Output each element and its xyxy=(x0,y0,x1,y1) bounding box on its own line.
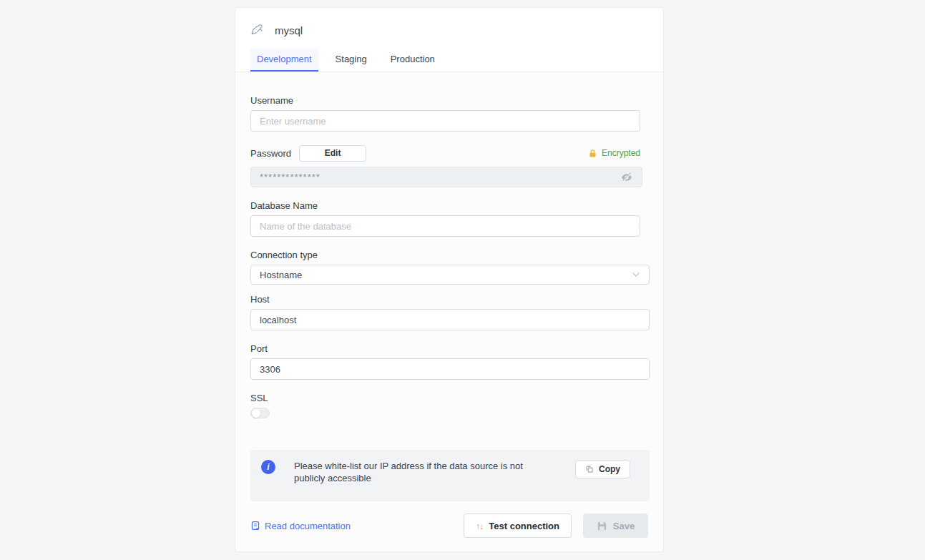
save-button[interactable]: Save xyxy=(583,514,648,538)
save-icon xyxy=(597,521,607,531)
port-label: Port xyxy=(250,343,648,354)
copy-ip-button[interactable]: Copy xyxy=(575,460,630,478)
tab-development[interactable]: Development xyxy=(250,49,318,72)
form-footer: Read documentation ↑↓ Test connection Sa… xyxy=(250,514,648,538)
datasource-config-panel: mysql Development Staging Production Use… xyxy=(235,7,664,552)
doc-link-label: Read documentation xyxy=(265,521,351,531)
test-button-label: Test connection xyxy=(489,521,559,531)
database-name-label: Database Name xyxy=(250,200,648,211)
database-name-input[interactable] xyxy=(250,215,640,237)
connection-type-value: Hostname xyxy=(260,270,302,280)
username-input[interactable] xyxy=(250,110,640,132)
save-button-label: Save xyxy=(613,521,635,531)
connection-type-select[interactable]: Hostname xyxy=(250,265,650,285)
edit-password-button[interactable]: Edit xyxy=(299,145,366,162)
copy-icon xyxy=(585,465,594,473)
info-icon: i xyxy=(261,460,275,474)
ssl-label: SSL xyxy=(250,393,648,403)
mysql-logo-icon xyxy=(250,23,265,37)
arrows-updown-icon: ↑↓ xyxy=(476,521,482,531)
encrypted-label: Encrypted xyxy=(602,148,640,158)
panel-header: mysql Development Staging Production xyxy=(235,8,663,72)
connection-form: Username Password Edit Encrypted *******… xyxy=(235,72,663,552)
host-label: Host xyxy=(250,294,648,305)
document-icon xyxy=(250,521,260,531)
tab-production[interactable]: Production xyxy=(384,49,441,72)
password-field: ************** xyxy=(250,167,642,187)
host-input[interactable] xyxy=(250,309,650,330)
whitelist-info-banner: i Please white-list our IP address if th… xyxy=(250,450,650,501)
test-connection-button[interactable]: ↑↓ Test connection xyxy=(464,514,572,538)
password-label: Password xyxy=(250,148,291,159)
eye-off-icon[interactable] xyxy=(620,171,633,184)
masked-password-value: ************** xyxy=(260,172,320,182)
port-input[interactable] xyxy=(250,358,650,380)
encrypted-badge: Encrypted xyxy=(588,148,640,158)
environment-tabs: Development Staging Production xyxy=(250,49,648,72)
chevron-down-icon xyxy=(632,272,640,277)
page-title: mysql xyxy=(275,24,303,36)
ssl-toggle[interactable] xyxy=(250,408,270,418)
banner-message: Please white-list our IP address if the … xyxy=(294,460,541,484)
connection-type-label: Connection type xyxy=(250,250,648,260)
read-documentation-link[interactable]: Read documentation xyxy=(250,521,351,531)
username-label: Username xyxy=(250,95,648,106)
toggle-knob xyxy=(252,409,260,418)
tab-staging[interactable]: Staging xyxy=(329,49,373,72)
copy-button-label: Copy xyxy=(599,464,620,474)
lock-icon xyxy=(588,149,597,158)
